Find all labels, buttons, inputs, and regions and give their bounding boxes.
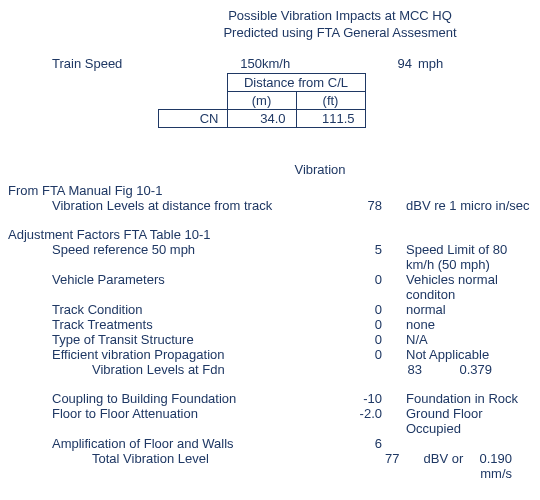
levels-at-fdn-extra: 0.379 — [428, 362, 532, 377]
factor-track-cond-note: normal — [388, 302, 532, 317]
total-label: Total Vibration Level — [8, 451, 353, 481]
factor-transit-label: Type of Transit Structure — [8, 332, 332, 347]
distance-val-ft: 111.5 — [296, 109, 365, 127]
factor-speed-ref-label: Speed reference 50 mph — [8, 242, 332, 272]
title-block: Possible Vibration Impacts at MCC HQ Pre… — [148, 8, 532, 42]
distance-row-label: CN — [159, 109, 228, 127]
factor-track-treat-note: none — [388, 317, 532, 332]
factor-transit-value: 0 — [332, 332, 388, 347]
train-speed-mph-unit: mph — [412, 56, 443, 71]
adj-factors-heading: Adjustment Factors FTA Table 10-1 — [8, 227, 532, 242]
factor-propagation-label: Efficient vibration Propagation — [8, 347, 332, 362]
factor-speed-ref-note: Speed Limit of 80 km/h (50 mph) — [388, 242, 532, 272]
factor-track-cond-value: 0 — [332, 302, 388, 317]
title-line-2: Predicted using FTA General Assesment — [148, 25, 532, 42]
factor-propagation-note: Not Applicable — [388, 347, 532, 362]
levels-at-track-unit: dBV re 1 micro in/sec — [388, 198, 532, 213]
distance-col-m: (m) — [227, 91, 296, 109]
distance-header: Distance from C/L — [227, 73, 365, 91]
factor-speed-ref-value: 5 — [332, 242, 388, 272]
total-unit: dBV or — [406, 451, 480, 481]
distance-table: Distance from C/L (m) (ft) CN 34.0 111.5 — [158, 73, 366, 128]
amplification-label: Amplification of Floor and Walls — [8, 436, 332, 451]
factor-propagation-value: 0 — [332, 347, 388, 362]
coupling-label: Coupling to Building Foundation — [8, 391, 332, 406]
levels-at-fdn-label: Vibration Levels at Fdn — [8, 362, 372, 377]
train-speed-kmh-value: 150 — [202, 56, 262, 71]
amplification-note — [388, 436, 532, 451]
factor-transit-note: N/A — [388, 332, 532, 347]
attenuation-label: Floor to Floor Attenuation — [8, 406, 332, 436]
train-speed-kmh-unit: km/h — [262, 56, 322, 71]
factor-vehicle-label: Vehicle Parameters — [8, 272, 332, 302]
amplification-value: 6 — [332, 436, 388, 451]
levels-at-fdn-value: 83 — [372, 362, 428, 377]
factor-track-treat-value: 0 — [332, 317, 388, 332]
from-manual-label: From FTA Manual Fig 10-1 — [8, 183, 532, 198]
coupling-note: Foundation in Rock — [388, 391, 532, 406]
train-speed-row: Train Speed 150 km/h 94 mph — [8, 56, 532, 71]
factor-track-cond-label: Track Condition — [8, 302, 332, 317]
total-value: 77 — [353, 451, 406, 481]
vibration-heading: Vibration — [108, 162, 532, 177]
factor-vehicle-note: Vehicles normal conditon — [388, 272, 532, 302]
factor-track-treat-label: Track Treatments — [8, 317, 332, 332]
factor-vehicle-value: 0 — [332, 272, 388, 302]
train-speed-mph-value: 94 — [322, 56, 412, 71]
distance-col-ft: (ft) — [296, 91, 365, 109]
attenuation-value: -2.0 — [332, 406, 388, 436]
distance-val-m: 34.0 — [227, 109, 296, 127]
title-line-1: Possible Vibration Impacts at MCC HQ — [148, 8, 532, 25]
levels-at-track-label: Vibration Levels at distance from track — [8, 198, 332, 213]
attenuation-note: Ground Floor Occupied — [388, 406, 532, 436]
train-speed-label: Train Speed — [8, 56, 202, 71]
coupling-value: -10 — [332, 391, 388, 406]
total-extra: 0.190 mm/s — [479, 451, 532, 481]
levels-at-track-value: 78 — [332, 198, 388, 213]
